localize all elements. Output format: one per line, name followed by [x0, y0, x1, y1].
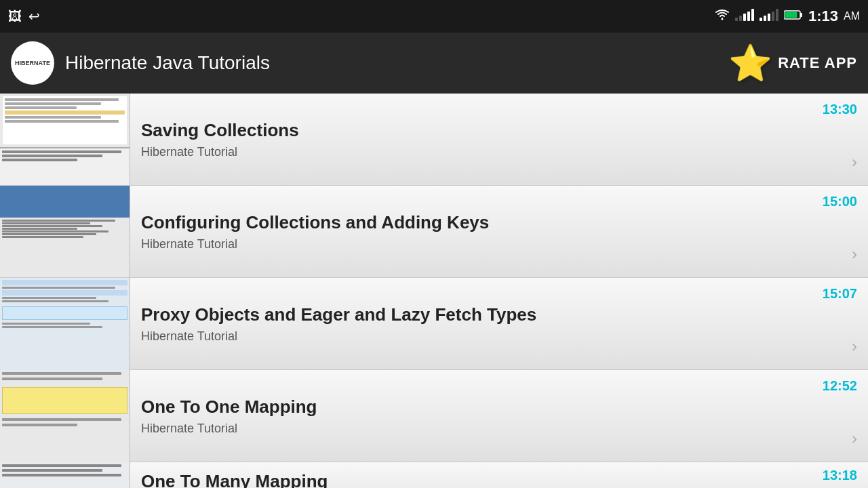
app-bar: HIBERNATE Hibernate Java Tutorials ⭐ RAT…: [0, 33, 868, 94]
thumbnail-4: [0, 370, 130, 462]
signal-icon-2: [760, 9, 778, 24]
list-item-content: One To Many Mapping Hibernate Tutorial: [130, 471, 812, 489]
item-subtitle: Hibernate Tutorial: [141, 237, 801, 251]
battery-icon: [784, 9, 803, 23]
thumbnail-2: [0, 186, 130, 278]
item-duration: 15:07: [823, 286, 857, 302]
wifi-icon: [715, 9, 730, 24]
status-bar-left: 🖼 ↩: [8, 8, 40, 24]
status-ampm: AM: [844, 10, 860, 22]
item-subtitle: Hibernate Tutorial: [141, 422, 801, 436]
item-title: Configuring Collections and Adding Keys: [141, 212, 801, 233]
app-bar-left: HIBERNATE Hibernate Java Tutorials: [11, 41, 270, 85]
item-right: 15:00 ›: [812, 186, 868, 277]
item-right: 13:30 ›: [812, 94, 868, 185]
item-title: One To Many Mapping: [141, 471, 801, 489]
chevron-right-icon: ›: [852, 337, 857, 356]
item-right: 15:07 ›: [812, 278, 868, 369]
list-item[interactable]: One To Many Mapping Hibernate Tutorial 1…: [0, 462, 868, 488]
item-duration: 12:52: [823, 378, 857, 394]
thumbnail-3: [0, 278, 130, 370]
item-duration: 13:18: [823, 468, 857, 483]
status-time: 1:13: [808, 7, 838, 25]
list-item[interactable]: Saving Collections Hibernate Tutorial 13…: [0, 94, 868, 186]
list-item[interactable]: Configuring Collections and Adding Keys …: [0, 186, 868, 278]
list-item[interactable]: Proxy Objects and Eager and Lazy Fetch T…: [0, 278, 868, 370]
app-logo: HIBERNATE: [11, 41, 54, 85]
tutorial-list: Saving Collections Hibernate Tutorial 13…: [0, 94, 868, 488]
chevron-right-icon: ›: [852, 429, 857, 448]
thumbnail-1: [0, 94, 130, 186]
item-subtitle: Hibernate Tutorial: [141, 145, 801, 159]
signal-icon-1: [735, 9, 754, 24]
svg-point-0: [721, 18, 723, 20]
item-title: One To One Mapping: [141, 396, 801, 418]
chevron-right-icon: ›: [852, 245, 857, 264]
rate-app-button[interactable]: ⭐ RATE APP: [728, 45, 857, 81]
item-subtitle: Hibernate Tutorial: [141, 329, 801, 344]
item-right: 12:52 ›: [812, 370, 868, 462]
status-bar: 🖼 ↩: [0, 0, 868, 33]
item-right: 13:18 ›: [812, 462, 868, 488]
list-item-content: Saving Collections Hibernate Tutorial: [130, 120, 812, 159]
svg-rect-2: [800, 13, 802, 17]
star-icon: ⭐: [728, 45, 772, 81]
item-title: Saving Collections: [141, 120, 801, 141]
image-icon: 🖼: [8, 9, 22, 24]
svg-rect-3: [785, 12, 797, 18]
item-duration: 13:30: [823, 102, 857, 117]
item-duration: 15:00: [823, 194, 857, 209]
list-item-content: One To One Mapping Hibernate Tutorial: [130, 396, 812, 436]
chevron-right-icon: ›: [852, 152, 857, 171]
replay-icon: ↩: [28, 8, 40, 24]
thumbnail-5: [0, 462, 130, 488]
app-title: Hibernate Java Tutorials: [65, 52, 270, 74]
list-item-content: Proxy Objects and Eager and Lazy Fetch T…: [130, 304, 812, 344]
rate-app-label: RATE APP: [778, 54, 857, 72]
status-bar-right: 1:13 AM: [715, 7, 860, 25]
list-item[interactable]: One To One Mapping Hibernate Tutorial 12…: [0, 370, 868, 462]
item-title: Proxy Objects and Eager and Lazy Fetch T…: [141, 304, 801, 325]
list-item-content: Configuring Collections and Adding Keys …: [130, 212, 812, 251]
